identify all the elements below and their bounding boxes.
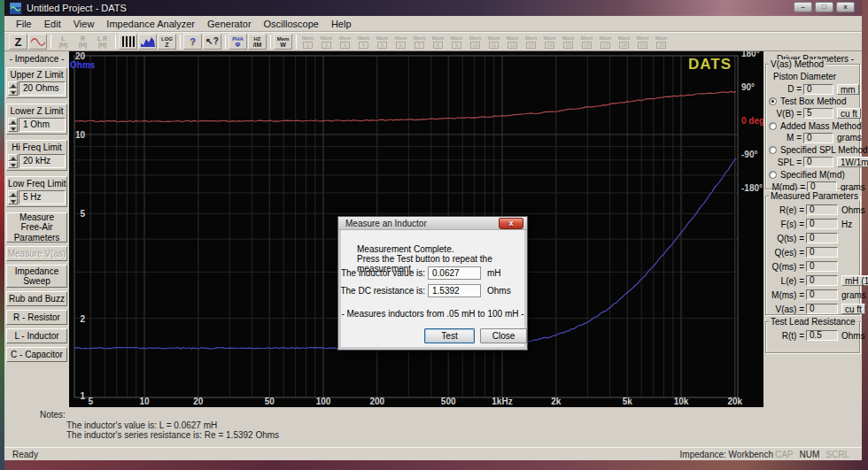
memory-slot-button-18: Mem18 [616, 34, 632, 50]
x-tick-20k: 20k [727, 397, 742, 406]
lower-z-limit-spin-down[interactable] [8, 125, 18, 132]
waterfall-graph-button[interactable] [138, 34, 157, 50]
inductor-value-label: The inductor value is: [338, 268, 425, 278]
measured-parameters-title: Measured Parameters [769, 191, 860, 201]
menu-item-impedance-analyzer[interactable]: Impedance Analyzer [100, 18, 201, 30]
test-box-method-radio[interactable] [769, 97, 777, 105]
added-mass-method-radio[interactable] [769, 122, 777, 130]
menu-item-file[interactable]: File [10, 18, 38, 30]
spl-field[interactable]: 0 [803, 157, 833, 167]
rub-and-buzz-button[interactable]: Rub and Buzz [6, 291, 67, 306]
mh-10k-unit-button[interactable]: mH (10k) [841, 275, 868, 286]
memory-slot-button-15: Mem15 [560, 34, 577, 50]
m-ms-field[interactable]: 0 [806, 289, 838, 300]
menu-item-help[interactable]: Help [325, 18, 358, 30]
context-help-button[interactable]: ↖? [203, 34, 221, 50]
y-left-tick-5: 5 [80, 209, 85, 219]
grams-unit-label: grams [841, 290, 866, 300]
impedance-control-panel: - Impedance - Upper Z Limit20 OhmsLower … [4, 51, 69, 447]
title-bar[interactable]: Untitled Project - DATS – □ x [4, 0, 862, 16]
added-mass-field[interactable]: 0 [803, 133, 833, 143]
measure-free-air-parameters-button[interactable]: Measure Free-Air Parameters [6, 212, 67, 243]
low-freq-limit-spin-down[interactable] [8, 197, 18, 204]
minimize-button[interactable]: – [794, 2, 812, 12]
vas-method-group: V(as) Method Piston Diameter D = 0 mm Te… [765, 64, 860, 189]
ohms-unit-label: Ohms [487, 286, 511, 296]
tips-button[interactable]: ? [183, 34, 202, 50]
upper-z-limit-spin-down[interactable] [8, 89, 18, 96]
sine-generator-button[interactable] [28, 34, 47, 50]
menu-item-oscilloscope[interactable]: Oscilloscope [258, 18, 325, 30]
r-e-field[interactable]: 0 [806, 204, 838, 215]
test-lead-resistance-field[interactable]: 0.5 [806, 330, 838, 341]
q-es-field[interactable]: 0 [806, 247, 838, 258]
upper-z-limit-spin-up[interactable] [8, 81, 18, 89]
grams-unit-label: grams [837, 133, 862, 143]
memory-slot-button-1: Mem1 [299, 34, 316, 50]
f-s-field[interactable]: 0 [806, 219, 838, 229]
dialog-close-button[interactable]: Close [480, 328, 527, 343]
c-capacitor-button[interactable]: C - Capacitor [6, 347, 67, 362]
m-ms-row: M(ms) =0grams [767, 288, 859, 302]
l-inductor-button[interactable]: L - Inductor [6, 328, 67, 343]
maximize-button[interactable]: □ [815, 2, 833, 12]
z-icon: Z [15, 36, 22, 48]
log-z-button[interactable]: LOGZ [158, 34, 176, 50]
cu-ft-unit-button[interactable]: cu ft [841, 304, 865, 314]
phase-button[interactable]: PHAΦ [229, 34, 247, 50]
memory-waterfall-button[interactable]: MemW [274, 34, 292, 50]
measurement-complete-text: Measurement Complete. [357, 244, 454, 254]
x-tick-2k: 2k [551, 397, 562, 406]
l-e-row: L(e) =0mH (10k) [767, 274, 859, 288]
menu-item-view[interactable]: View [67, 18, 101, 30]
box-volume-field[interactable]: 5 [803, 108, 833, 119]
specified-spl-method-radio[interactable] [769, 146, 777, 154]
specified-mmd-radio[interactable] [769, 171, 777, 179]
mh-unit-label: mH [487, 268, 501, 278]
mm-unit-button[interactable]: mm [837, 84, 859, 95]
hi-freq-limit-label: Hi Freq Limit [8, 143, 66, 152]
inductor-value-field: 0.0627 [428, 266, 481, 280]
v-as-row: V(as) =0cu ft [767, 302, 859, 316]
piston-diameter-field[interactable]: 0 [803, 84, 833, 95]
y-right-tick-90: 90° [741, 82, 755, 92]
l-e-field[interactable]: 0 [806, 275, 838, 286]
test-box-method-label: Test Box Method [780, 96, 846, 106]
q-ts-field[interactable]: 0 [806, 233, 838, 243]
signal-bars-button[interactable] [119, 34, 137, 50]
sine-wave-icon [30, 36, 46, 48]
hz-im-button[interactable]: HZ/IM [248, 34, 267, 50]
m-label: M = [766, 133, 802, 143]
memory-slot-button-10: Mem10 [467, 34, 484, 50]
test-button[interactable]: Test [424, 328, 475, 343]
impedance-z-button[interactable]: Z [9, 34, 27, 50]
low-freq-limit-spin-up[interactable] [8, 190, 18, 197]
r-e-row: R(e) =0Ohms [767, 203, 859, 217]
menu-item-generator[interactable]: Generator [201, 18, 258, 30]
hi-freq-limit-spin-down[interactable] [8, 161, 18, 168]
low-freq-limit-field[interactable]: 5 Hz [19, 190, 66, 204]
x-tick-200: 200 [369, 397, 384, 406]
dialog-title-bar[interactable]: Measure an Inductor x [338, 217, 527, 230]
measured-parameters-group: Measured Parameters R(e) =0OhmsF(s) =0Hz… [765, 196, 860, 315]
d-label: D = [766, 84, 802, 94]
q-ms-field[interactable]: 0 [806, 261, 838, 272]
dialog-close-icon[interactable]: x [499, 218, 523, 229]
impedance-sweep-button[interactable]: Impedance Sweep [6, 265, 67, 288]
cu-ft-unit-button[interactable]: cu ft [837, 108, 861, 119]
x-tick-5k: 5k [623, 397, 633, 406]
hi-freq-limit-spin-up[interactable] [8, 154, 18, 161]
memory-slot-button-6: Mem6 [392, 34, 409, 50]
x-tick-10k: 10k [674, 397, 689, 406]
spl-unit-button[interactable]: 1W/1m [837, 157, 868, 167]
upper-z-limit-field[interactable]: 20 Ohms [19, 81, 66, 96]
channel-r-icon: R(H) [74, 34, 92, 50]
upper-z-limit-label: Upper Z Limit [8, 70, 66, 80]
menu-item-edit[interactable]: Edit [38, 18, 67, 30]
v-as-field[interactable]: 0 [806, 304, 838, 314]
close-button[interactable]: x [836, 2, 855, 12]
r-resistor-button[interactable]: R - Resistor [6, 310, 67, 325]
hi-freq-limit-field[interactable]: 20 kHz [19, 154, 66, 168]
lower-z-limit-spin-up[interactable] [8, 118, 18, 125]
lower-z-limit-field[interactable]: 1 Ohm [19, 118, 66, 132]
